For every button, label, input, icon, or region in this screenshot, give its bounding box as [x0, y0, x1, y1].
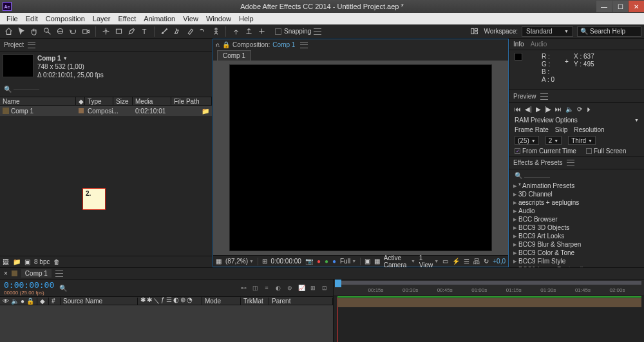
pixel-aspect-icon[interactable]: ▭	[442, 258, 448, 265]
preview-tab[interactable]: Preview	[513, 93, 536, 100]
timeline-track-area[interactable]	[334, 296, 644, 342]
interpret-footage-icon[interactable]: 🖼	[3, 258, 9, 265]
work-area-bar[interactable]	[337, 281, 641, 285]
hand-tool-icon[interactable]	[28, 26, 40, 37]
preview-menu-icon[interactable]	[540, 93, 548, 100]
comp-thumbnail[interactable]	[3, 54, 33, 77]
effect-category[interactable]: ▶3D Channel	[512, 190, 641, 198]
timeline-layer-area[interactable]	[0, 305, 333, 342]
local-axis-icon[interactable]	[230, 26, 242, 37]
resolution-dropdown[interactable]: Full▼	[340, 258, 356, 265]
tl-motion-blur-icon[interactable]: ◐	[274, 283, 283, 292]
effect-category[interactable]: ▶BCC9 Blur & Sharpen	[512, 240, 641, 249]
channel-icon[interactable]: ●	[317, 258, 321, 265]
project-panel-menu-icon[interactable]	[28, 42, 35, 48]
exposure-value[interactable]: +0,0	[493, 258, 506, 265]
disclosure-triangle-icon[interactable]: ▶	[513, 184, 516, 189]
effects-menu-icon[interactable]	[567, 160, 574, 166]
maximize-button[interactable]: ☐	[612, 1, 628, 12]
pen-tool-icon[interactable]	[126, 26, 137, 37]
camera-tool-icon[interactable]	[80, 26, 91, 37]
index-column[interactable]: #	[49, 298, 61, 305]
ram-options-label[interactable]: RAM Preview Options	[515, 117, 578, 124]
tl-shy-icon[interactable]: ⊷	[239, 283, 248, 292]
menu-window[interactable]: Window	[202, 15, 235, 23]
timeline-icon[interactable]: ☰	[464, 258, 469, 265]
last-frame-icon[interactable]: ⏭	[555, 106, 562, 113]
workspace-dropdown[interactable]: Standard▼	[522, 26, 573, 37]
ram-preview-icon[interactable]: ⏵	[586, 106, 592, 113]
full-screen-checkbox[interactable]	[586, 148, 592, 154]
col-label-icon[interactable]: ◆	[76, 97, 85, 105]
effect-category[interactable]: ▶BCC9 3D Objects	[512, 223, 641, 232]
col-name[interactable]: Name	[0, 97, 76, 105]
minimize-button[interactable]: —	[596, 1, 612, 12]
effect-category[interactable]: ▶Audio	[512, 207, 641, 215]
menu-layer[interactable]: Layer	[89, 15, 115, 23]
comp-panel-menu-icon[interactable]	[300, 42, 308, 48]
effect-category[interactable]: ▶* Animation Presets	[512, 182, 641, 190]
new-folder-icon[interactable]: 📁	[13, 258, 21, 265]
project-body[interactable]: 2.	[0, 116, 212, 256]
menu-help[interactable]: Help	[235, 15, 258, 23]
transparency-grid-icon[interactable]: ▦	[374, 258, 380, 265]
label-column[interactable]: ◆	[37, 298, 49, 305]
framerate-dropdown[interactable]: (25)▼	[515, 136, 539, 145]
timeline-menu-icon[interactable]	[55, 271, 63, 277]
timeline-close-icon[interactable]: ×	[4, 270, 8, 277]
disclosure-triangle-icon[interactable]: ▶	[513, 234, 516, 239]
time-ruler[interactable]: 00:15s00:30s00:45s01:00s01:15s01:30s01:4…	[334, 280, 644, 296]
speaker-column-icon[interactable]: 🔈	[11, 298, 19, 305]
comp-tab-comp1[interactable]: Comp 1	[217, 50, 251, 61]
menu-file[interactable]: File	[3, 15, 22, 23]
brush-tool-icon[interactable]	[158, 26, 170, 37]
layer-duration-bar[interactable]	[337, 298, 641, 307]
workspace-icon[interactable]	[468, 26, 480, 37]
effect-category[interactable]: ▶BCC9 Color & Tone	[512, 249, 641, 257]
loop-icon[interactable]: ⟳	[577, 106, 582, 113]
disclosure-triangle-icon[interactable]: ▶	[513, 217, 516, 222]
disclosure-triangle-icon[interactable]: ▶	[513, 225, 516, 231]
effect-category[interactable]: ▶BCC9 Art Looks	[512, 232, 641, 240]
clone-tool-icon[interactable]	[171, 26, 183, 37]
view-layout-dropdown[interactable]: 1 View▼	[419, 254, 439, 269]
col-media-duration[interactable]: Media Duration	[133, 97, 171, 105]
project-tab[interactable]: Project	[4, 41, 24, 48]
roi-icon[interactable]: ▣	[365, 258, 370, 265]
tl-brain-icon[interactable]: ⊚	[285, 283, 294, 292]
eraser-tool-icon[interactable]	[184, 26, 196, 37]
from-current-checkbox[interactable]: ✓	[515, 148, 520, 154]
tl-draft3d-icon[interactable]: ◫	[251, 283, 260, 292]
menu-animation[interactable]: Animation	[140, 15, 179, 23]
fast-preview-icon[interactable]: ⚡	[452, 258, 460, 265]
composition-viewer[interactable]	[213, 61, 508, 255]
col-type[interactable]: Type	[85, 97, 113, 105]
disclosure-triangle-icon[interactable]: ▶	[513, 251, 516, 256]
menu-effect[interactable]: Effect	[114, 15, 140, 23]
puppet-tool-icon[interactable]	[210, 26, 222, 37]
close-button[interactable]: ✕	[629, 1, 644, 12]
effect-category[interactable]: ▶BCC9 Film Style	[512, 257, 641, 265]
timecode-display[interactable]: 0:00:00:00	[271, 258, 301, 265]
disclosure-triangle-icon[interactable]: ▶	[513, 259, 516, 264]
effect-category[interactable]: ▶aescripts + aeplugins	[512, 198, 641, 207]
tl-graph-icon[interactable]: 📈	[297, 283, 306, 292]
preview-resolution-dropdown[interactable]: Third▼	[568, 136, 596, 145]
project-item-comp1[interactable]: Comp 1 Composi... 0:02:10:01 📁	[0, 106, 212, 116]
disclosure-triangle-icon[interactable]: ▶	[513, 200, 516, 205]
disclosure-triangle-icon[interactable]: ▶	[513, 242, 516, 247]
disclosure-triangle-icon[interactable]: ▶	[513, 209, 516, 214]
switches-column[interactable]: ✱✱＼ƒ☰◐⊚◔	[138, 296, 202, 305]
orbit-tool-icon[interactable]	[54, 26, 66, 37]
skip-dropdown[interactable]: 2▼	[545, 136, 562, 145]
menu-view[interactable]: View	[179, 15, 202, 23]
mode-column[interactable]: Mode	[202, 298, 241, 305]
disclosure-triangle-icon[interactable]: ▶	[513, 192, 516, 197]
grid-icon[interactable]: ▦	[216, 258, 222, 265]
solo-column-icon[interactable]: ●	[21, 298, 24, 305]
roto-tool-icon[interactable]	[197, 26, 209, 37]
lock-column-icon[interactable]: 🔒	[26, 298, 34, 305]
home-tool-icon[interactable]	[3, 26, 14, 37]
playhead-indicator[interactable]	[335, 280, 341, 287]
col-size[interactable]: Size	[113, 97, 133, 105]
